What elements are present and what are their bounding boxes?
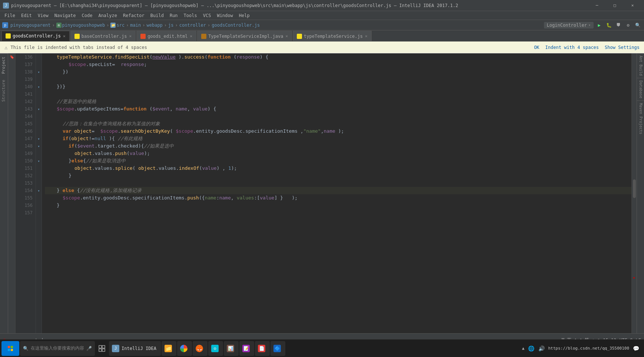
code-line-150: }else{//如果是取消选中 (45, 157, 631, 165)
windows-taskbar: 🔍 在这里输入你要搜索的内容 🎤 J IntelliJ IDEA 📁 🦊 (0, 339, 644, 357)
notif-ok-button[interactable]: OK (534, 45, 539, 50)
search-button[interactable]: 🔍 (634, 21, 642, 29)
tab-TypeTemplateServiceImpl[interactable]: TypeTemplateServiceImpl.java ✕ (197, 31, 292, 41)
taskbar-firefox[interactable]: 🦊 (193, 341, 208, 356)
tab-goodsController[interactable]: goodsController.js ✕ (1, 31, 70, 41)
tab-TypeTemplateServiceImpl-close[interactable]: ✕ (285, 34, 288, 39)
gutter-153 (36, 179, 42, 187)
menu-edit[interactable]: Edit (18, 11, 35, 20)
line-num-155: 155 (17, 194, 33, 202)
line-num-145: 145 (17, 120, 33, 128)
ant-build-tab[interactable]: Ant Build (637, 53, 644, 78)
breadcrumb-controller[interactable]: controller (179, 23, 206, 28)
menu-tools[interactable]: Tools (181, 11, 200, 20)
menu-vcs[interactable]: VCS (200, 11, 214, 20)
maximize-button[interactable]: □ (606, 0, 623, 11)
menu-run[interactable]: Run (167, 11, 181, 20)
taskbar-explorer[interactable]: 📁 (162, 341, 176, 356)
taskbar-app8[interactable]: 📄 (255, 341, 270, 356)
task-view-button[interactable] (96, 341, 108, 356)
code-line-154: } else {//没有此规格,添加规格记录 (45, 187, 631, 194)
taskbar-app7[interactable]: 📝 (239, 341, 254, 356)
notif-indent-button[interactable]: Indent with 4 spaces (545, 45, 599, 50)
code-line-156: } (45, 202, 631, 209)
line-num-148: 148 (17, 142, 33, 150)
run-button[interactable]: ▶ (595, 21, 603, 29)
run-config-selector[interactable]: LoginController ▾ (544, 22, 594, 29)
taskbar-clock[interactable]: https://blog.csdn.net/qq_35500100 (548, 346, 629, 351)
minimize-button[interactable]: ─ (588, 0, 605, 11)
breadcrumb-file[interactable]: goodsController.js (212, 23, 260, 28)
tray-sound-icon[interactable]: 🔊 (538, 345, 545, 352)
tab-typeTemplateService-close[interactable]: ✕ (365, 34, 368, 39)
menu-file[interactable]: File (1, 11, 18, 20)
line-num-154: 154 (17, 187, 33, 194)
maven-projects-tab[interactable]: Maven Projects (637, 101, 644, 136)
taskbar-app6[interactable]: 📊 (224, 341, 239, 356)
menu-analyze[interactable]: Analyze (95, 11, 120, 20)
tab-goods-edit-close[interactable]: ✕ (190, 34, 193, 39)
breadcrumb-pinyougouparent[interactable]: pinyougouparent (10, 23, 50, 28)
debug-button[interactable]: 🐛 (605, 21, 613, 29)
search-voice-icon[interactable]: 🎤 (86, 346, 92, 351)
gutter-140-fold[interactable]: ▾ (36, 83, 42, 90)
code-line-143: $scope.updateSpecItems=function ($event,… (45, 105, 631, 113)
tab-typeTemplateService[interactable]: typeTemplateService.js ✕ (293, 31, 372, 41)
menu-help[interactable]: Help (236, 11, 253, 20)
database-tab[interactable]: Database (637, 78, 644, 101)
notif-settings-button[interactable]: Show Settings (605, 45, 640, 50)
tab-baseController-close[interactable]: ✕ (129, 34, 132, 39)
tab-baseController[interactable]: baseController.js ✕ (70, 31, 136, 41)
code-line-137: $scope.specList= response; (45, 61, 631, 68)
run-with-coverage-button[interactable]: ⛊ (614, 21, 623, 29)
tab-goodsController-close[interactable]: ✕ (63, 34, 66, 39)
code-line-138: }) (45, 68, 631, 76)
gutter-147-fold[interactable]: ▾ (36, 135, 42, 142)
close-button[interactable]: ✕ (624, 0, 641, 11)
scrollbar-thumb[interactable] (633, 179, 636, 198)
breadcrumb-main[interactable]: main (130, 23, 141, 28)
taskbar-app7-icon: 📝 (242, 345, 250, 352)
code-line-146: var object= $scope.searchObjectByKey( $s… (45, 128, 631, 135)
error-indicator (633, 277, 635, 278)
settings-button[interactable]: ⚙ (624, 21, 632, 29)
gutter-138-fold[interactable]: ▾ (36, 68, 42, 76)
breadcrumb-webapp[interactable]: webapp (147, 23, 163, 28)
code-editor[interactable]: typeTemplateService.findSpecList(newValu… (42, 53, 631, 333)
menu-build[interactable]: Build (147, 11, 167, 20)
menu-code[interactable]: Code (79, 11, 96, 20)
gutter-150-fold[interactable]: ▾ (36, 157, 42, 165)
menu-window[interactable]: Window (214, 11, 236, 20)
gutter-154-fold[interactable]: ▾ (36, 187, 42, 194)
gutter-136 (36, 53, 42, 61)
tab-goods-edit[interactable]: goods_edit.html ✕ (136, 31, 196, 41)
gutter-148-fold[interactable]: ▾ (36, 142, 42, 150)
svg-rect-1 (11, 346, 13, 348)
app-icon: J (3, 3, 9, 9)
start-button[interactable] (1, 341, 19, 356)
svg-rect-0 (8, 346, 10, 348)
menu-refactor[interactable]: Refactor (120, 11, 147, 20)
line-num-151: 151 (17, 165, 33, 172)
taskbar-chrome[interactable] (177, 341, 192, 356)
taskbar-explorer-icon: 📁 (165, 345, 172, 352)
search-taskbar[interactable]: 🔍 在这里输入你要搜索的内容 🎤 (20, 341, 95, 356)
bookmark-icon[interactable]: 🔖 (10, 55, 14, 59)
breadcrumb-shopweb[interactable]: pinyougoushopweb (62, 23, 105, 28)
svg-rect-5 (102, 346, 105, 348)
breadcrumb-src[interactable]: src (116, 23, 125, 28)
taskbar-intellij[interactable]: J IntelliJ IDEA (109, 341, 161, 356)
taskbar-app9[interactable]: 🔷 (270, 341, 285, 356)
tray-notification-icon[interactable]: 💬 (632, 345, 640, 352)
panel-structure-tab[interactable]: Structure (0, 77, 8, 105)
tray-up-arrow[interactable]: ▲ (522, 346, 525, 351)
taskbar-app5[interactable]: ⚙ (208, 341, 223, 356)
editor-wrapper: Project Structure 🔖 136 137 138 139 140 … (0, 53, 644, 333)
menu-view[interactable]: View (35, 11, 52, 20)
vertical-scrollbar[interactable] (631, 53, 637, 333)
panel-project-tab[interactable]: Project (0, 53, 8, 77)
tray-network-icon[interactable]: 🌐 (527, 345, 535, 352)
breadcrumb-js[interactable]: js (168, 23, 173, 28)
menu-navigate[interactable]: Navigate (52, 11, 79, 20)
gutter-143-fold[interactable]: ▾ (36, 105, 42, 113)
